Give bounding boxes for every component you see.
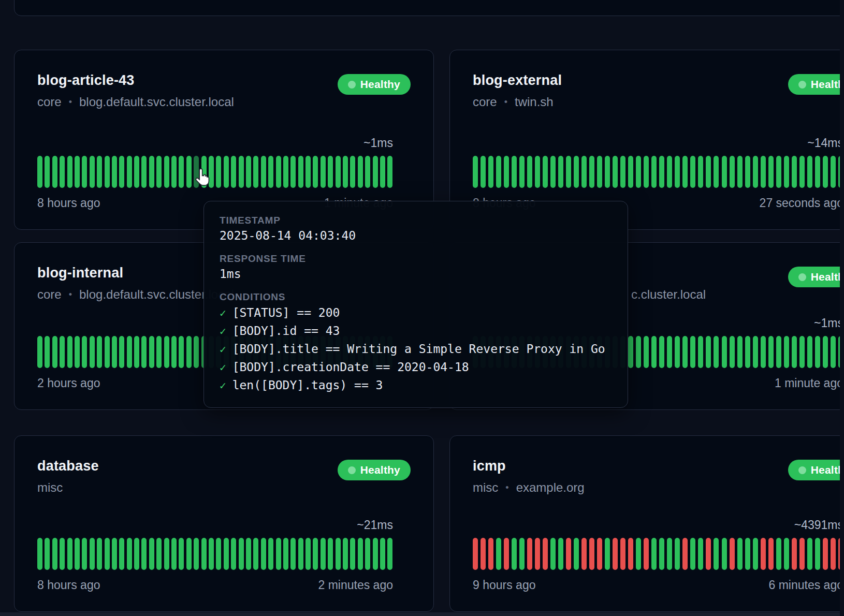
uptime-bar[interactable] (239, 156, 244, 188)
uptime-bar[interactable] (698, 538, 703, 570)
uptime-bar[interactable] (589, 156, 594, 188)
uptime-bar[interactable] (784, 336, 789, 368)
uptime-bar[interactable] (550, 538, 556, 570)
uptime-bar[interactable] (373, 156, 378, 188)
uptime-bar[interactable] (82, 336, 87, 368)
uptime-bar[interactable] (799, 336, 805, 368)
uptime-bar[interactable] (60, 156, 65, 188)
uptime-bar[interactable] (290, 156, 296, 188)
uptime-bar[interactable] (496, 538, 501, 570)
uptime-bar[interactable] (838, 538, 840, 570)
uptime-bar[interactable] (613, 156, 618, 188)
uptime-bar[interactable] (504, 156, 509, 188)
uptime-bar[interactable] (37, 538, 42, 570)
uptime-bar[interactable] (799, 156, 805, 188)
uptime-bar[interactable] (558, 156, 563, 188)
uptime-bar[interactable] (231, 538, 236, 570)
uptime-bar[interactable] (194, 156, 199, 188)
uptime-bar[interactable] (722, 336, 727, 368)
uptime-bar[interactable] (149, 538, 154, 570)
uptime-bar[interactable] (682, 336, 688, 368)
uptime-bar[interactable] (473, 156, 478, 188)
uptime-bar[interactable] (45, 336, 50, 368)
uptime-bar[interactable] (179, 336, 184, 368)
uptime-bar[interactable] (67, 156, 72, 188)
uptime-bar[interactable] (597, 156, 602, 188)
uptime-bar[interactable] (714, 336, 719, 368)
uptime-bar[interactable] (305, 156, 311, 188)
uptime-bar[interactable] (768, 538, 774, 570)
uptime-bar[interactable] (298, 538, 303, 570)
uptime-bar[interactable] (112, 156, 117, 188)
uptime-bar[interactable] (792, 156, 797, 188)
uptime-bar[interactable] (784, 538, 789, 570)
uptime-bar[interactable] (186, 336, 192, 368)
uptime-bar[interactable] (558, 538, 563, 570)
uptime-bar[interactable] (119, 538, 124, 570)
uptime-bar[interactable] (543, 538, 548, 570)
uptime-bar[interactable] (313, 538, 318, 570)
uptime-bar[interactable] (519, 156, 525, 188)
uptime-bar[interactable] (527, 156, 532, 188)
uptime-bar[interactable] (194, 538, 199, 570)
uptime-bar[interactable] (194, 336, 199, 368)
uptime-bar[interactable] (690, 538, 695, 570)
uptime-bar[interactable] (831, 538, 836, 570)
uptime-bars[interactable] (473, 156, 840, 188)
uptime-bar[interactable] (761, 156, 766, 188)
uptime-bar[interactable] (659, 538, 664, 570)
uptime-bar[interactable] (253, 538, 258, 570)
uptime-bar[interactable] (706, 538, 711, 570)
uptime-bar[interactable] (97, 336, 102, 368)
uptime-bar[interactable] (67, 336, 72, 368)
uptime-bar[interactable] (761, 336, 766, 368)
uptime-bar[interactable] (799, 538, 805, 570)
uptime-bar[interactable] (574, 156, 579, 188)
uptime-bar[interactable] (45, 538, 50, 570)
uptime-bar[interactable] (644, 156, 649, 188)
uptime-bar[interactable] (127, 156, 132, 188)
uptime-bar[interactable] (60, 538, 65, 570)
uptime-bar[interactable] (543, 156, 548, 188)
uptime-bar[interactable] (156, 538, 162, 570)
uptime-bar[interactable] (90, 538, 95, 570)
uptime-bar[interactable] (268, 156, 273, 188)
uptime-bar[interactable] (365, 156, 370, 188)
uptime-bar[interactable] (380, 156, 385, 188)
uptime-bar[interactable] (321, 156, 326, 188)
uptime-bars[interactable] (37, 538, 393, 570)
uptime-bar[interactable] (667, 156, 672, 188)
uptime-bar[interactable] (722, 538, 727, 570)
uptime-bar[interactable] (224, 156, 229, 188)
uptime-bar[interactable] (52, 156, 57, 188)
uptime-bar[interactable] (581, 538, 587, 570)
uptime-bar[interactable] (82, 156, 87, 188)
uptime-bar[interactable] (807, 538, 812, 570)
uptime-bar[interactable] (156, 156, 162, 188)
uptime-bar[interactable] (512, 538, 517, 570)
uptime-bar[interactable] (276, 156, 281, 188)
partial-card-top[interactable] (14, 0, 840, 16)
uptime-bar[interactable] (216, 156, 221, 188)
uptime-bar[interactable] (246, 538, 251, 570)
uptime-bar[interactable] (164, 336, 169, 368)
uptime-bar[interactable] (141, 156, 147, 188)
uptime-bar[interactable] (119, 336, 124, 368)
uptime-bar[interactable] (276, 538, 281, 570)
uptime-bar[interactable] (776, 156, 781, 188)
uptime-bar[interactable] (350, 538, 355, 570)
uptime-bar[interactable] (636, 156, 641, 188)
uptime-bar[interactable] (149, 156, 154, 188)
uptime-bar[interactable] (253, 156, 258, 188)
uptime-bar[interactable] (784, 156, 789, 188)
uptime-bar[interactable] (628, 538, 633, 570)
uptime-bar[interactable] (481, 156, 486, 188)
uptime-bar[interactable] (753, 156, 758, 188)
uptime-bar[interactable] (164, 538, 169, 570)
uptime-bar[interactable] (75, 336, 80, 368)
uptime-bar[interactable] (313, 156, 318, 188)
uptime-bar[interactable] (97, 538, 102, 570)
uptime-bar[interactable] (171, 156, 177, 188)
uptime-bar[interactable] (82, 538, 87, 570)
uptime-bar[interactable] (358, 156, 363, 188)
